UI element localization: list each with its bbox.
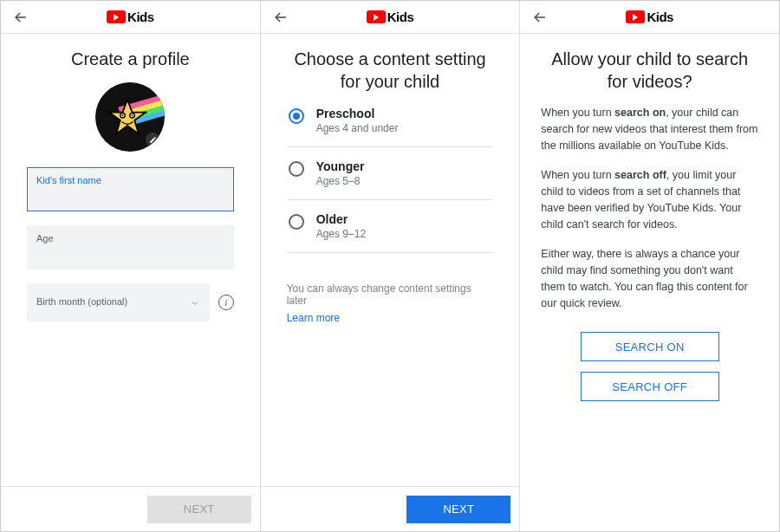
option-older[interactable]: Older Ages 9–12 <box>287 200 494 253</box>
option-subtitle: Ages 4 and under <box>316 122 399 134</box>
settings-hint: You can always change content settings l… <box>287 282 494 307</box>
search-off-description: When you turn search off, you limit your… <box>541 167 758 232</box>
brand-logo: Kids <box>107 10 154 24</box>
youtube-play-icon <box>107 10 126 23</box>
profile-avatar[interactable] <box>95 82 165 152</box>
create-profile-screen: Kids Create a profile Kid's first name <box>1 1 261 531</box>
back-button[interactable] <box>11 8 30 27</box>
content-setting-options: Preschool Ages 4 and under Younger Ages … <box>287 105 494 253</box>
disclaimer-text: Either way, there is always a chance you… <box>541 246 758 311</box>
option-subtitle: Ages 5–8 <box>316 175 365 187</box>
arrow-left-icon <box>531 9 549 26</box>
birth-month-field[interactable]: Birth month (optional) <box>27 283 210 321</box>
svg-marker-0 <box>109 100 146 134</box>
page-title: Allow your child to search for videos? <box>541 48 758 93</box>
content-setting-screen: Kids Choose a content setting for your c… <box>261 1 521 531</box>
brand-logo: Kids <box>367 10 414 24</box>
learn-more-link[interactable]: Learn more <box>287 312 340 324</box>
brand-logo: Kids <box>626 10 673 24</box>
back-button[interactable] <box>271 8 290 27</box>
star-character-icon <box>107 98 147 138</box>
first-name-field[interactable]: Kid's first name <box>27 167 234 211</box>
first-name-input[interactable] <box>36 185 224 201</box>
option-preschool[interactable]: Preschool Ages 4 and under <box>287 105 494 147</box>
search-off-button[interactable]: SEARCH OFF <box>581 372 719 401</box>
topbar: Kids <box>520 1 779 34</box>
option-title: Preschool <box>316 107 399 120</box>
topbar: Kids <box>1 1 260 34</box>
age-input[interactable] <box>36 243 224 259</box>
svg-point-3 <box>122 114 124 116</box>
brand-text: Kids <box>127 10 154 24</box>
radio-icon <box>289 161 304 177</box>
radio-icon <box>289 108 304 124</box>
option-younger[interactable]: Younger Ages 5–8 <box>287 147 494 200</box>
page-title: Choose a content setting for your child <box>287 48 494 93</box>
age-field[interactable]: Age <box>27 225 234 269</box>
brand-text: Kids <box>647 10 673 24</box>
search-on-button[interactable]: SEARCH ON <box>581 332 719 361</box>
next-button[interactable]: NEXT <box>406 496 510 523</box>
page-title: Create a profile <box>27 48 234 70</box>
birth-month-label: Birth month (optional) <box>36 296 127 307</box>
arrow-left-icon <box>272 9 289 26</box>
topbar: Kids <box>261 1 520 34</box>
option-title: Older <box>316 212 366 226</box>
birth-month-info-button[interactable]: i <box>218 295 234 310</box>
svg-point-4 <box>132 114 133 116</box>
search-permission-screen: Kids Allow your child to search for vide… <box>520 1 779 531</box>
youtube-play-icon <box>626 10 645 23</box>
next-button[interactable]: NEXT <box>147 496 251 523</box>
option-subtitle: Ages 9–12 <box>316 228 366 240</box>
arrow-left-icon <box>12 9 29 26</box>
brand-text: Kids <box>387 10 414 24</box>
radio-icon <box>289 214 304 230</box>
chevron-down-icon <box>190 296 200 312</box>
first-name-label: Kid's first name <box>36 175 224 185</box>
pencil-icon <box>149 136 157 144</box>
back-button[interactable] <box>530 8 549 27</box>
search-on-description: When you turn search on, your child can … <box>541 105 758 153</box>
edit-avatar-button[interactable] <box>146 133 159 146</box>
option-title: Younger <box>316 159 365 173</box>
youtube-play-icon <box>367 10 386 23</box>
age-label: Age <box>36 233 224 243</box>
